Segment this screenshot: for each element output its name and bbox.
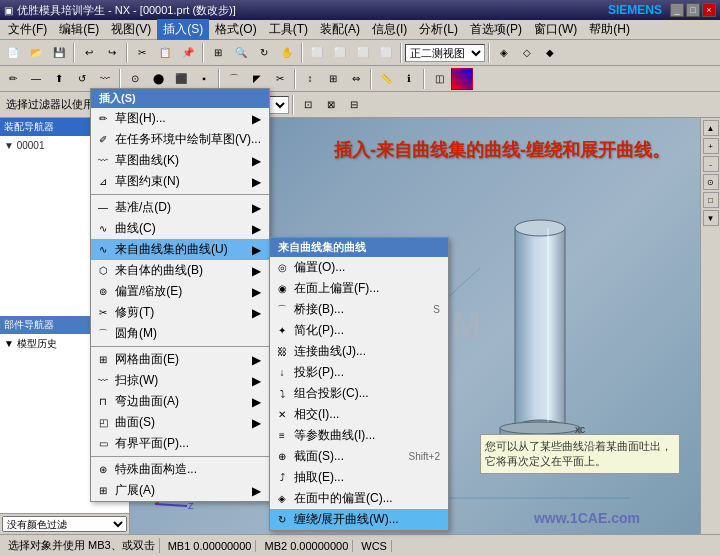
- sub-face-in-offset[interactable]: ◈ 在面中的偏置(C)...: [270, 488, 448, 509]
- iso-view-btn[interactable]: ⬜: [375, 42, 397, 64]
- fillet-btn[interactable]: ⌒: [223, 68, 245, 90]
- menu-assembly[interactable]: 装配(A): [314, 19, 366, 40]
- sub-combined-project[interactable]: ⤵ 组合投影(C)...: [270, 383, 448, 404]
- sweep-btn[interactable]: 〰: [94, 68, 116, 90]
- sub-join[interactable]: ⛓ 连接曲线(J)...: [270, 341, 448, 362]
- ctx-sketch-curve[interactable]: 〰 草图曲线(K) ▶: [91, 150, 269, 171]
- edge-btn[interactable]: ◆: [539, 42, 561, 64]
- sub-extract[interactable]: ⤴ 抽取(E)...: [270, 467, 448, 488]
- ctx-trim[interactable]: ✂ 修剪(T) ▶: [91, 302, 269, 323]
- sketch-btn[interactable]: ✏: [2, 68, 24, 90]
- undo-btn[interactable]: ↩: [78, 42, 100, 64]
- menu-window[interactable]: 窗口(W): [528, 19, 583, 40]
- hole-btn[interactable]: ⊙: [124, 68, 146, 90]
- measure-btn[interactable]: 📏: [375, 68, 397, 90]
- right-btn-1[interactable]: ▲: [703, 120, 719, 136]
- top-view-btn[interactable]: ⬜: [329, 42, 351, 64]
- invert-btn[interactable]: ⊟: [343, 94, 365, 116]
- color-select[interactable]: 没有颜色过滤: [2, 516, 127, 532]
- shading-btn[interactable]: ◈: [493, 42, 515, 64]
- save-btn[interactable]: 💾: [48, 42, 70, 64]
- ctx-curve[interactable]: ∿ 曲线(C) ▶: [91, 218, 269, 239]
- app-icon: ▣: [4, 5, 13, 16]
- ctx-surface[interactable]: ◰ 曲面(S) ▶: [91, 412, 269, 433]
- sub-simplify[interactable]: ✦ 简化(P)...: [270, 320, 448, 341]
- sub-project[interactable]: ↓ 投影(P)...: [270, 362, 448, 383]
- ctx-from-body[interactable]: ⬡ 来自体的曲线(B) ▶: [91, 260, 269, 281]
- sub-bridge[interactable]: ⌒ 桥接(B)... S: [270, 299, 448, 320]
- sub-combined-project-icon: ⤵: [274, 386, 290, 402]
- status-bar: 选择对象并使用 MB3、或双击 MB1 0.00000000 MB2 0.000…: [0, 534, 720, 556]
- ctx-bounded-plane[interactable]: ▭ 有界平面(P)...: [91, 433, 269, 454]
- mirror-btn[interactable]: ⇔: [345, 68, 367, 90]
- menu-view[interactable]: 视图(V): [105, 19, 157, 40]
- right-btn-6[interactable]: ▼: [703, 210, 719, 226]
- pocket-btn[interactable]: ⬛: [170, 68, 192, 90]
- ctx-datum[interactable]: — 基准/点(D) ▶: [91, 197, 269, 218]
- ctx-task-sketch[interactable]: ✐ 在任务环境中绘制草图(V)...: [91, 129, 269, 150]
- deselect-btn[interactable]: ⊠: [320, 94, 342, 116]
- right-view-btn[interactable]: ⬜: [352, 42, 374, 64]
- redo-btn[interactable]: ↪: [101, 42, 123, 64]
- ctx-special[interactable]: ⊛ 特殊曲面构造...: [91, 459, 269, 480]
- trim-btn[interactable]: ✂: [269, 68, 291, 90]
- color-btn[interactable]: [451, 68, 473, 90]
- wire-btn[interactable]: ◇: [516, 42, 538, 64]
- ctx-round[interactable]: ⌒ 圆角(M): [91, 323, 269, 344]
- new-btn[interactable]: 📄: [2, 42, 24, 64]
- move-btn[interactable]: ↕: [299, 68, 321, 90]
- menu-analysis[interactable]: 分析(L): [413, 19, 464, 40]
- maximize-button[interactable]: □: [686, 3, 700, 17]
- menu-preferences[interactable]: 首选项(P): [464, 19, 528, 40]
- menu-file[interactable]: 文件(F): [2, 19, 53, 40]
- zoom-in-btn[interactable]: 🔍: [230, 42, 252, 64]
- paste-btn[interactable]: 📌: [177, 42, 199, 64]
- ctx-offset-scale[interactable]: ⊚ 偏置/缩放(E) ▶: [91, 281, 269, 302]
- rotate-btn[interactable]: ↻: [253, 42, 275, 64]
- sub-bridge-icon: ⌒: [274, 302, 290, 318]
- cut-btn[interactable]: ✂: [131, 42, 153, 64]
- menu-format[interactable]: 格式(O): [209, 19, 262, 40]
- menu-help[interactable]: 帮助(H): [583, 19, 636, 40]
- boss-btn[interactable]: ⬤: [147, 68, 169, 90]
- select-all-btn[interactable]: ⊡: [297, 94, 319, 116]
- ctx-sweep[interactable]: 〰 扫掠(W) ▶: [91, 370, 269, 391]
- ctx-expand[interactable]: ⊞ 广展(A) ▶: [91, 480, 269, 501]
- pan-btn[interactable]: ✋: [276, 42, 298, 64]
- close-button[interactable]: ×: [702, 3, 716, 17]
- copy-btn[interactable]: 📋: [154, 42, 176, 64]
- ctx-sketch-constraint[interactable]: ⊿ 草图约束(N) ▶: [91, 171, 269, 192]
- extrude-btn[interactable]: ⬆: [48, 68, 70, 90]
- menu-tools[interactable]: 工具(T): [263, 19, 314, 40]
- sub-section[interactable]: ⊕ 截面(S)... Shift+2: [270, 446, 448, 467]
- menu-insert[interactable]: 插入(S): [157, 19, 209, 40]
- ctx-datum-label: 基准/点(D): [115, 199, 171, 216]
- right-btn-4[interactable]: ⊙: [703, 174, 719, 190]
- layer-btn[interactable]: ◫: [428, 68, 450, 90]
- chamfer-btn[interactable]: ◤: [246, 68, 268, 90]
- pattern-btn[interactable]: ⊞: [322, 68, 344, 90]
- menu-info[interactable]: 信息(I): [366, 19, 413, 40]
- view-dropdown[interactable]: 正二测视图: [405, 44, 485, 62]
- sub-offset[interactable]: ◎ 偏置(O)...: [270, 257, 448, 278]
- ctx-sketch[interactable]: ✏ 草图(H)... ▶: [91, 108, 269, 129]
- open-btn[interactable]: 📂: [25, 42, 47, 64]
- ctx-from-curve-set[interactable]: ∿ 来自曲线集的曲线(U) ▶ 来自曲线集的曲线 ◎ 偏置(O)... ◉ 在面…: [91, 239, 269, 260]
- minimize-button[interactable]: _: [670, 3, 684, 17]
- ctx-flange[interactable]: ⊓ 弯边曲面(A) ▶: [91, 391, 269, 412]
- sub-isoparam[interactable]: ≡ 等参数曲线(I)...: [270, 425, 448, 446]
- datum-btn[interactable]: —: [25, 68, 47, 90]
- info-btn[interactable]: ℹ: [398, 68, 420, 90]
- zoom-fit-btn[interactable]: ⊞: [207, 42, 229, 64]
- pad-btn[interactable]: ▪: [193, 68, 215, 90]
- menu-edit[interactable]: 编辑(E): [53, 19, 105, 40]
- sub-intersect[interactable]: ✕ 相交(I)...: [270, 404, 448, 425]
- right-btn-5[interactable]: □: [703, 192, 719, 208]
- sub-wrap[interactable]: ↻ 缠绕/展开曲线(W)...: [270, 509, 448, 530]
- sub-face-offset[interactable]: ◉ 在面上偏置(F)...: [270, 278, 448, 299]
- revolve-btn[interactable]: ↺: [71, 68, 93, 90]
- right-btn-2[interactable]: +: [703, 138, 719, 154]
- ctx-mesh-surf[interactable]: ⊞ 网格曲面(E) ▶: [91, 349, 269, 370]
- right-btn-3[interactable]: -: [703, 156, 719, 172]
- front-view-btn[interactable]: ⬜: [306, 42, 328, 64]
